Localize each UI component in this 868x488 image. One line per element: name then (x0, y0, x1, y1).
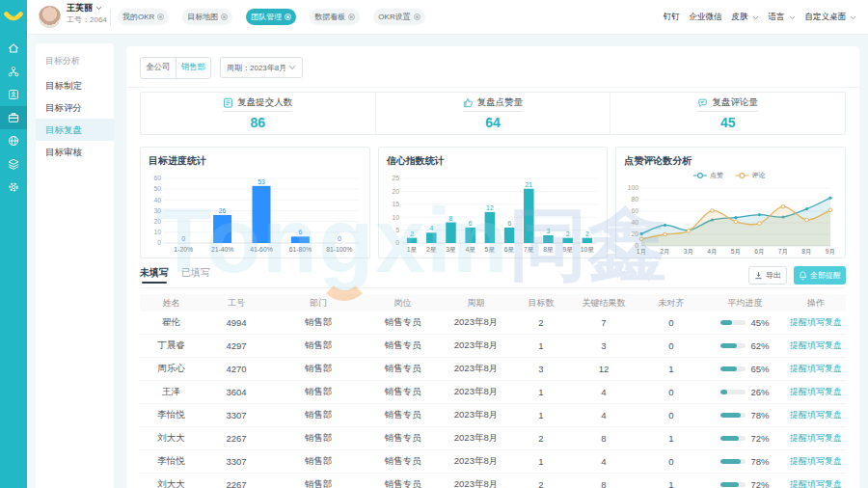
app-rail (0, 0, 27, 488)
target-ring-icon (221, 14, 228, 20)
progress-bar (720, 459, 746, 464)
top-menu-2[interactable]: 皮肤 (732, 12, 759, 23)
user-employee-id: 工号：2064 (67, 16, 107, 24)
remind-fill-review-link[interactable]: 提醒填写复盘 (790, 433, 842, 443)
period-select[interactable]: 周期：2023年8月 (220, 57, 303, 78)
rail-item-briefcase[interactable] (0, 106, 27, 129)
remind-fill-review-link[interactable]: 提醒填写复盘 (790, 410, 842, 420)
svg-text:21: 21 (525, 181, 532, 188)
cell-key_results: 8 (569, 479, 638, 488)
user-meta[interactable]: 王芙丽 工号：2064 (67, 4, 107, 24)
col-header-progress: 平均进度 (704, 297, 786, 310)
svg-text:41-60%: 41-60% (250, 246, 272, 253)
rail-item-gear[interactable] (0, 176, 27, 199)
rail-item-org[interactable] (0, 60, 27, 83)
progress-percent: 78% (750, 456, 769, 467)
cell-period: 2023年8月 (439, 409, 513, 421)
svg-text:21-40%: 21-40% (211, 246, 233, 253)
rail-item-home[interactable] (0, 37, 27, 60)
chart-card-2: 点赞评论数分析点赞评论0204060801001月2月3月4月5月6月7月8月9… (615, 147, 846, 258)
progress-bar (720, 436, 746, 441)
svg-text:4: 4 (429, 225, 433, 231)
rail-item-id-card[interactable] (0, 83, 27, 106)
svg-text:40: 40 (153, 197, 161, 203)
chart-title: 点赞评论数分析 (624, 154, 837, 168)
svg-text:4星: 4星 (465, 246, 475, 253)
nav-tab-0[interactable]: 我的OKR (118, 9, 169, 25)
nav-tab-4[interactable]: OKR设置 (373, 9, 424, 25)
progress-percent: 72% (750, 433, 769, 444)
scope-segment-0[interactable]: 全公司 (141, 58, 176, 78)
cell-objectives: 1 (513, 340, 569, 351)
svg-text:6: 6 (299, 229, 303, 235)
divider (126, 87, 859, 88)
table-row: 李怡悦3307销售部销售专员2023年8月14078%提醒填写复盘 (140, 404, 846, 427)
remind-fill-review-link[interactable]: 提醒填写复盘 (790, 317, 842, 327)
svg-text:0: 0 (395, 239, 399, 246)
chevron-down-icon (752, 15, 759, 20)
svg-text:5星: 5星 (484, 246, 495, 253)
cell-objectives: 2 (513, 479, 569, 488)
bar-chart-信心指数统计: 051015202521星42星83星64星125星66星217星38星29星2… (387, 170, 599, 255)
cell-unaligned: 0 (638, 410, 704, 420)
top-menu-label: 语言 (769, 12, 785, 23)
remind-fill-review-link[interactable]: 提醒填写复盘 (790, 387, 842, 396)
cell-employee_id: 3307 (203, 410, 270, 420)
brand-logo[interactable] (0, 0, 27, 35)
rail-item-layers[interactable] (0, 152, 27, 176)
remind-fill-review-link[interactable]: 提醒填写复盘 (790, 479, 842, 488)
remind-fill-review-link[interactable]: 提醒填写复盘 (790, 364, 842, 373)
download-icon (754, 271, 763, 280)
top-menu-4[interactable]: 自定义桌面 (805, 12, 857, 23)
svg-text:80: 80 (632, 196, 639, 203)
remind-fill-review-link[interactable]: 提醒填写复盘 (790, 456, 842, 466)
svg-text:2月: 2月 (661, 248, 671, 256)
sidebar-item-1[interactable]: 目标评分 (36, 96, 114, 119)
progress-percent: 62% (750, 340, 769, 351)
chart-card-0: 目标进度统计010203040506001-20%2621-40%5341-60… (140, 147, 370, 258)
cell-name: 李怡悦 (140, 409, 203, 421)
gear-icon (7, 180, 20, 194)
sidebar-item-0[interactable]: 目标制定 (36, 74, 114, 96)
svg-text:8: 8 (448, 215, 452, 222)
svg-text:50: 50 (153, 185, 161, 192)
top-menu-0[interactable]: 钉钉 (664, 12, 680, 23)
cell-department: 销售部 (270, 455, 366, 468)
avatar[interactable] (39, 6, 61, 28)
cell-key_results: 4 (569, 456, 638, 467)
stat-label: 复盘评论量 (697, 96, 758, 112)
svg-text:3: 3 (546, 228, 550, 234)
table-tab-1[interactable]: 已填写 (181, 266, 210, 285)
table-tab-0[interactable]: 未填写 (140, 266, 169, 285)
progress-percent: 65% (750, 364, 769, 374)
nav-tab-2[interactable]: 团队管理 (246, 9, 296, 25)
cell-objectives: 3 (513, 364, 569, 374)
rail-item-globe[interactable] (0, 129, 27, 152)
nav-tab-1[interactable]: 目标地图 (182, 9, 232, 25)
table-row: 丁晨睿4297销售部销售专员2023年8月13062%提醒填写复盘 (140, 335, 846, 358)
chevron-down-icon (789, 15, 796, 20)
cell-name: 翟伦 (140, 316, 203, 329)
nav-tab-label: 目标地图 (187, 12, 218, 22)
top-menu-3[interactable]: 语言 (769, 12, 796, 23)
remind-all-button[interactable]: 全部提醒 (794, 266, 846, 285)
progress-bar (720, 320, 746, 325)
remind-fill-review-link[interactable]: 提醒填写复盘 (790, 340, 842, 350)
scope-segment-1[interactable]: 销售部 (176, 58, 211, 78)
col-header-unaligned: 未对齐 (638, 297, 704, 310)
chevron-down-icon (95, 6, 102, 11)
nav-tab-3[interactable]: 数据看板 (310, 9, 360, 25)
cell-period: 2023年8月 (439, 339, 513, 352)
chevron-down-icon (288, 65, 296, 70)
table-header-row: 姓名工号部门岗位周期目标数关键结果数未对齐平均进度操作 (140, 294, 846, 312)
cell-unaligned: 0 (638, 387, 704, 397)
cell-employee_id: 4270 (203, 364, 270, 374)
bar-chart-目标进度统计: 010203040506001-20%2621-40%5341-60%661-8… (149, 170, 361, 255)
cell-department: 销售部 (270, 432, 366, 445)
svg-text:100: 100 (628, 184, 639, 191)
top-menu-1[interactable]: 企业微信 (690, 12, 722, 23)
sidebar-item-3[interactable]: 目标审核 (36, 141, 114, 163)
chevron-down-icon (850, 15, 856, 20)
export-button[interactable]: 导出 (748, 266, 787, 285)
sidebar-item-2[interactable]: 目标复盘 (36, 119, 114, 141)
